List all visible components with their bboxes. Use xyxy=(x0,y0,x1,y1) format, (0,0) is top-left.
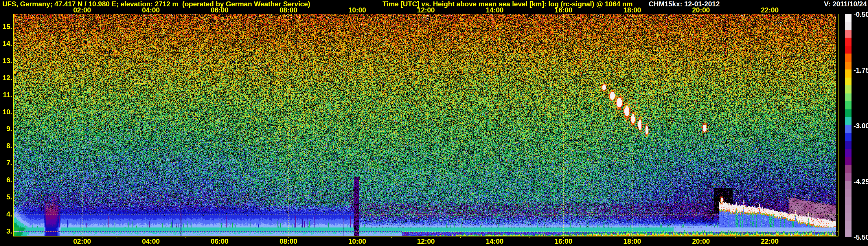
x-axis-hour-tick xyxy=(563,237,564,238)
x-axis-hour-tick xyxy=(220,237,220,238)
x-tick-label-bottom: 02:00 xyxy=(73,238,91,245)
x-tick-label-top: 12:00 xyxy=(417,7,435,13)
colorbar-tick-label: -0.50 xyxy=(854,11,868,18)
x-tick-label-bottom: 08:00 xyxy=(279,238,297,245)
y-tick-label: 7. xyxy=(0,159,12,166)
x-axis-hour-tick xyxy=(392,237,392,238)
x-tick-label-bottom: 22:00 xyxy=(761,238,779,245)
y-tick-label: 9. xyxy=(0,125,12,132)
x-tick-label-bottom: 12:00 xyxy=(417,238,435,245)
x-tick-label-top: 16:00 xyxy=(555,7,572,13)
x-axis-hour-tick xyxy=(495,237,495,238)
x-tick-label-top: 14:00 xyxy=(486,7,503,13)
y-tick-label: 11. xyxy=(0,91,12,98)
y-tick-label: 10. xyxy=(0,109,12,116)
x-axis-hour-tick xyxy=(666,237,667,238)
x-tick-label-bottom: 20:00 xyxy=(692,238,710,245)
y-tick-label: 5. xyxy=(0,194,12,201)
x-axis-hour-tick xyxy=(804,237,804,238)
x-tick-label-top: 06:00 xyxy=(211,7,228,13)
x-axis-hour-tick xyxy=(736,237,736,238)
ceilometer-quicklook-page: { "header": { "station": "UFS, Germany; … xyxy=(0,0,868,246)
y-tick-label: 8. xyxy=(0,143,12,149)
x-axis-hour-tick xyxy=(48,237,48,238)
x-tick-label-top: 08:00 xyxy=(279,7,297,13)
x-tick-label-bottom: 14:00 xyxy=(486,238,503,245)
x-tick-label-top: 22:00 xyxy=(761,7,779,13)
colorbar-tick-label: -4.25 xyxy=(854,178,868,185)
x-axis-hour-tick xyxy=(426,237,426,238)
heatmap-plot xyxy=(13,14,838,237)
x-tick-label-bottom: 04:00 xyxy=(142,238,160,245)
x-tick-label-bottom: 16:00 xyxy=(555,238,572,245)
x-axis-hour-tick xyxy=(770,237,770,238)
colorbar xyxy=(845,14,851,237)
x-tick-label-top: 10:00 xyxy=(348,7,366,13)
x-tick-label-bottom: 10:00 xyxy=(348,238,366,245)
x-axis-hour-tick xyxy=(460,237,461,238)
x-axis-hour-tick xyxy=(82,237,83,238)
y-tick-label: 12. xyxy=(0,74,12,81)
x-axis-hour-tick xyxy=(598,237,598,238)
x-tick-label-top: 02:00 xyxy=(73,7,91,13)
x-axis-hour-tick xyxy=(151,237,151,238)
x-axis-hour-tick xyxy=(254,237,254,238)
x-axis-hour-tick xyxy=(632,237,632,238)
version-label: V: 2011/10/24 xyxy=(824,1,867,7)
x-tick-label-top: 18:00 xyxy=(623,7,641,13)
colorbar-tick-label: -1.75 xyxy=(854,67,868,74)
x-tick-label-bottom: 06:00 xyxy=(211,238,228,245)
y-tick-label: 4. xyxy=(0,211,12,218)
x-axis-hour-tick xyxy=(117,237,117,238)
y-tick-label: 13. xyxy=(0,57,12,64)
x-axis-hour-tick xyxy=(323,237,323,238)
colorbar-tick-label: -5.50 xyxy=(854,234,868,241)
x-tick-label-top: 04:00 xyxy=(142,7,160,13)
x-tick-label-top: 20:00 xyxy=(692,7,710,13)
colorbar-tick-label: -3.00 xyxy=(854,122,868,129)
x-tick-label-bottom: 18:00 xyxy=(623,238,641,245)
y-tick-label: 15. xyxy=(0,23,12,30)
y-tick-label: 14. xyxy=(0,40,12,47)
y-tick-label: 3. xyxy=(0,228,12,235)
heatmap-canvas xyxy=(13,14,838,237)
y-tick-label: 6. xyxy=(0,177,12,183)
x-axis-hour-tick xyxy=(288,237,289,238)
